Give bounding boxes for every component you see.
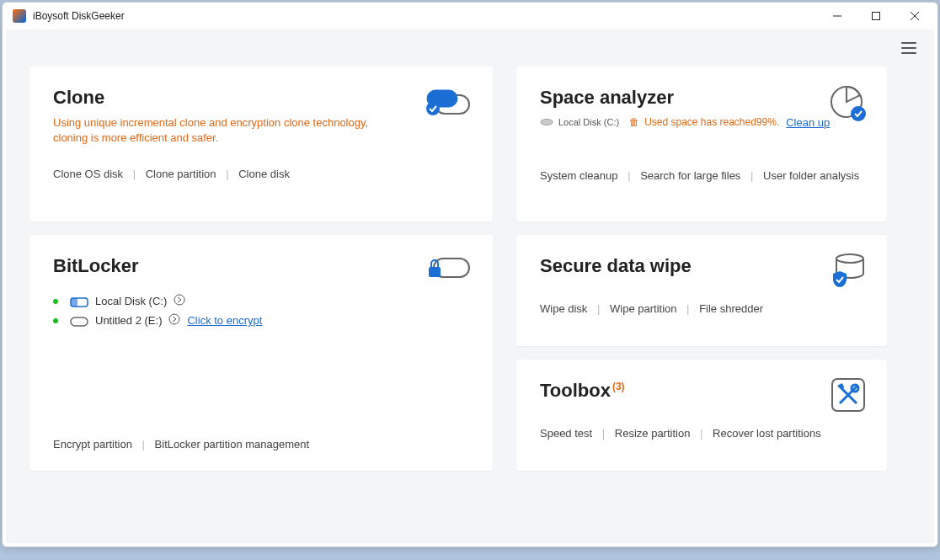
pie-chart-icon bbox=[826, 83, 867, 127]
minimize-button[interactable] bbox=[818, 3, 857, 29]
clone-partition-link[interactable]: Clone partition bbox=[146, 168, 216, 180]
bitlocker-disk-row-c[interactable]: Local Disk (C:) bbox=[53, 294, 469, 308]
system-cleanup-link[interactable]: System cleanup bbox=[540, 169, 618, 182]
file-shredder-link[interactable]: File shredder bbox=[699, 302, 763, 315]
svg-rect-11 bbox=[429, 267, 441, 277]
wipe-actions: Wipe disk | Wipe partition | File shredd… bbox=[540, 302, 863, 315]
clone-actions: Clone OS disk | Clone partition | Clone … bbox=[53, 168, 469, 180]
status-dot-icon bbox=[53, 318, 58, 323]
svg-point-6 bbox=[426, 102, 440, 115]
clone-icon bbox=[424, 83, 473, 120]
status-dot-icon bbox=[53, 299, 58, 304]
bitlocker-mgmt-link[interactable]: BitLocker partition management bbox=[155, 438, 310, 451]
svg-point-9 bbox=[851, 106, 866, 121]
arrow-right-icon[interactable] bbox=[174, 294, 185, 308]
trash-icon: 🗑 bbox=[629, 116, 639, 128]
svg-rect-1 bbox=[873, 13, 880, 20]
space-actions: System cleanup | Search for large files … bbox=[540, 169, 863, 182]
clone-disk-link[interactable]: Clone disk bbox=[238, 168, 290, 180]
space-disk-label: Local Disk (C:) bbox=[558, 117, 619, 127]
clone-card[interactable]: Clone Using unique incremental clone and… bbox=[29, 67, 493, 221]
clone-subtitle: Using unique incremental clone and encry… bbox=[53, 115, 398, 146]
click-to-encrypt-link[interactable]: Click to encrypt bbox=[187, 314, 262, 327]
arrow-right-icon[interactable] bbox=[168, 313, 180, 328]
maximize-button[interactable] bbox=[857, 3, 895, 29]
user-folder-analysis-link[interactable]: User folder analysis bbox=[763, 169, 859, 182]
svg-rect-15 bbox=[71, 317, 88, 326]
cleanup-link[interactable]: Clean up bbox=[786, 116, 830, 129]
encrypt-partition-link[interactable]: Encrypt partition bbox=[53, 438, 132, 451]
recover-partitions-link[interactable]: Recover lost partitions bbox=[713, 427, 821, 440]
toolbox-title-text: Toolbox bbox=[540, 380, 611, 401]
speed-test-link[interactable]: Speed test bbox=[540, 427, 592, 440]
app-icon bbox=[13, 9, 26, 23]
bitlocker-actions: Encrypt partition | BitLocker partition … bbox=[53, 421, 469, 451]
menu-icon[interactable] bbox=[899, 38, 919, 58]
space-title: Space analyzer bbox=[540, 87, 863, 109]
close-button[interactable] bbox=[895, 3, 934, 29]
space-warn-text: Used space has reached99%. bbox=[644, 116, 779, 128]
clone-title: Clone bbox=[53, 87, 469, 109]
svg-point-16 bbox=[169, 314, 179, 324]
search-large-files-link[interactable]: Search for large files bbox=[640, 169, 740, 182]
wipe-title: Secure data wipe bbox=[540, 255, 863, 277]
disk-c-label: Local Disk (C:) bbox=[95, 295, 167, 307]
space-status-row: Local Disk (C:) 🗑 Used space has reached… bbox=[540, 115, 863, 129]
toolbox-badge: (3) bbox=[612, 381, 625, 392]
wipe-disk-link[interactable]: Wipe disk bbox=[540, 302, 587, 315]
toolbox-title: Toolbox(3) bbox=[540, 380, 863, 402]
toolbox-actions: Speed test | Resize partition | Recover … bbox=[540, 427, 863, 440]
svg-point-17 bbox=[836, 254, 863, 263]
lock-drive-icon bbox=[425, 252, 473, 285]
app-title: iBoysoft DiskGeeker bbox=[33, 10, 125, 22]
space-analyzer-card[interactable]: Space analyzer Local Disk (C:) 🗑 Used sp… bbox=[516, 67, 887, 221]
resize-partition-link[interactable]: Resize partition bbox=[615, 427, 691, 440]
bitlocker-title: BitLocker bbox=[53, 255, 469, 277]
tools-icon bbox=[830, 376, 867, 417]
toolbox-card[interactable]: Toolbox(3) Speed test | Resize partition bbox=[516, 360, 887, 471]
database-shield-icon bbox=[828, 252, 867, 292]
disk-mini-icon bbox=[540, 115, 553, 129]
bitlocker-card[interactable]: BitLocker Local Disk (C:) bbox=[29, 235, 493, 471]
svg-point-14 bbox=[174, 295, 184, 305]
drive-icon bbox=[70, 314, 88, 328]
titlebar: iBoysoft DiskGeeker bbox=[3, 3, 937, 29]
content-area: Clone Using unique incremental clone and… bbox=[6, 29, 934, 543]
wipe-partition-link[interactable]: Wipe partition bbox=[610, 302, 676, 315]
bitlocker-disk-row-e[interactable]: Untitled 2 (E:) Click to encrypt bbox=[53, 313, 469, 328]
app-window: iBoysoft DiskGeeker Clone Using unique i… bbox=[2, 2, 938, 547]
svg-rect-13 bbox=[71, 298, 77, 307]
svg-point-7 bbox=[541, 120, 553, 125]
secure-wipe-card[interactable]: Secure data wipe Wipe disk | Wipe partit… bbox=[516, 235, 887, 346]
partition-icon bbox=[70, 295, 88, 308]
clone-os-disk-link[interactable]: Clone OS disk bbox=[53, 168, 123, 180]
disk-e-label: Untitled 2 (E:) bbox=[95, 314, 162, 327]
